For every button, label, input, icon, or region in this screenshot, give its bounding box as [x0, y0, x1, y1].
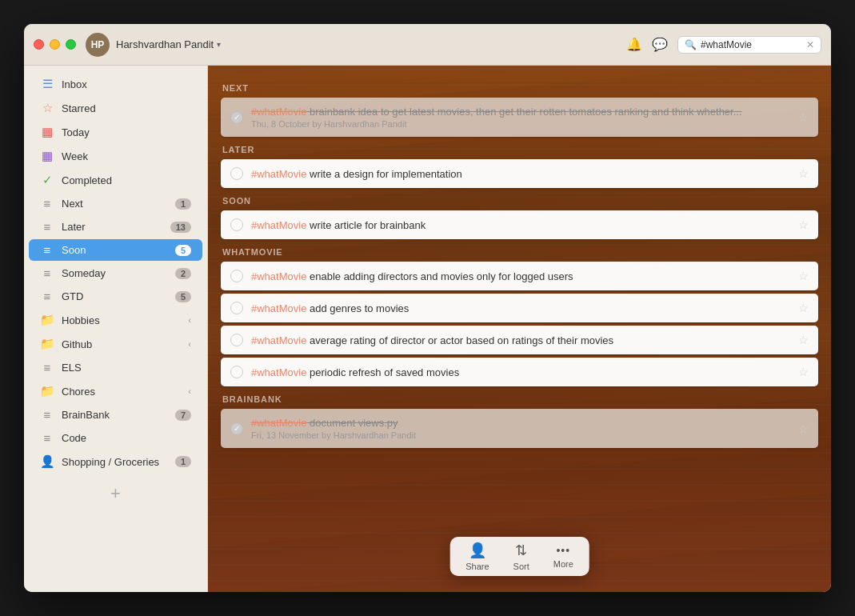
sidebar-item-hobbies[interactable]: 📁 Hobbies ‹	[29, 309, 202, 331]
sidebar-item-starred[interactable]: ☆ Starred	[29, 97, 202, 119]
task-hashtag[interactable]: #whatMovie	[251, 302, 306, 314]
sidebar-item-gtd[interactable]: ≡ GTD 5	[29, 286, 202, 307]
maximize-button[interactable]	[66, 39, 76, 50]
sidebar-item-someday[interactable]: ≡ Someday 2	[29, 262, 202, 284]
sidebar-item-soon[interactable]: ≡ Soon 5	[29, 239, 202, 261]
task-checkbox[interactable]	[230, 111, 243, 124]
task-body: brainbank idea to get latest movies, the…	[306, 106, 741, 118]
chevron-down-icon: ▾	[217, 40, 221, 49]
sidebar-item-later[interactable]: ≡ Later 13	[29, 216, 202, 238]
task-checkbox[interactable]	[230, 422, 243, 435]
task-text: #whatMovie average rating of director or…	[251, 334, 790, 346]
task-checkbox[interactable]	[230, 270, 243, 282]
task-hashtag[interactable]: #whatMovie	[251, 168, 306, 180]
sidebar-item-inbox[interactable]: ☰ Inbox	[29, 73, 202, 95]
star-icon[interactable]: ☆	[798, 334, 809, 346]
sidebar: ☰ Inbox ☆ Starred ▦ Today ▦ Week ✓ Compl…	[24, 66, 208, 592]
task-hashtag[interactable]: #whatMovie	[251, 334, 306, 346]
sidebar-item-code[interactable]: ≡ Code	[29, 427, 202, 449]
sidebar-item-brainbank[interactable]: ≡ BrainBank 7	[29, 404, 202, 426]
search-input[interactable]	[701, 39, 802, 50]
sidebar-label: Completed	[62, 174, 191, 186]
sidebar-label: Code	[62, 432, 191, 444]
list-icon: ≡	[40, 361, 54, 374]
main-content: ☰ Inbox ☆ Starred ▦ Today ▦ Week ✓ Compl…	[24, 66, 831, 592]
gtd-badge: 5	[175, 291, 191, 302]
titlebar-right: 🔔 💬 🔍 ✕	[626, 36, 821, 54]
star-icon[interactable]: ☆	[798, 270, 809, 282]
task-text: #whatMovie add genres to movies	[251, 302, 790, 314]
share-button[interactable]: 👤 Share	[465, 542, 489, 571]
star-icon[interactable]: ☆	[798, 218, 809, 231]
task-area: NEXT #whatMovie brainbank idea to get la…	[208, 66, 831, 592]
sidebar-item-els[interactable]: ≡ ELS	[29, 357, 202, 378]
task-card: #whatMovie enable adding directors and m…	[221, 262, 818, 290]
next-badge: 1	[175, 198, 191, 210]
task-meta: Thu, 8 October by Harshvardhan Pandit	[251, 119, 790, 129]
task-checkbox[interactable]	[230, 218, 243, 231]
task-hashtag[interactable]: #whatMovie	[251, 417, 306, 429]
task-body: average rating of director or actor base…	[306, 334, 613, 346]
close-button[interactable]	[34, 39, 44, 50]
task-text: #whatMovie enable adding directors and m…	[251, 270, 790, 282]
shopping-badge: 1	[175, 456, 191, 467]
chat-icon[interactable]: 💬	[652, 37, 668, 52]
search-bar[interactable]: 🔍 ✕	[677, 36, 821, 54]
task-checkbox[interactable]	[230, 366, 243, 378]
task-body: write article for brainbank	[306, 219, 426, 231]
more-button[interactable]: ••• More	[553, 544, 573, 569]
plus-icon: +	[110, 483, 121, 504]
list-icon: ≡	[40, 243, 54, 257]
sidebar-item-chores[interactable]: 📁 Chores ‹	[29, 380, 202, 402]
sidebar-label: Github	[62, 338, 181, 350]
sidebar-item-next[interactable]: ≡ Next 1	[29, 193, 202, 214]
task-body: add genres to movies	[306, 302, 409, 314]
sidebar-item-completed[interactable]: ✓ Completed	[29, 169, 202, 191]
task-checkbox[interactable]	[230, 167, 243, 180]
star-icon[interactable]: ☆	[798, 366, 809, 378]
star-icon[interactable]: ☆	[798, 167, 809, 180]
search-clear-icon[interactable]: ✕	[806, 39, 814, 50]
sidebar-label: BrainBank	[62, 409, 168, 421]
task-card: #whatMovie write article for brainbank ☆	[221, 210, 818, 239]
task-hashtag[interactable]: #whatMovie	[251, 219, 306, 231]
list-icon: ≡	[40, 290, 54, 303]
task-card: #whatMovie document views.py Fri, 13 Nov…	[221, 409, 818, 448]
list-icon: ≡	[40, 197, 54, 210]
task-card: #whatMovie add genres to movies ☆	[221, 294, 818, 322]
folder-icon: 📁	[40, 384, 54, 398]
sidebar-label: Chores	[62, 386, 181, 398]
sidebar-item-github[interactable]: 📁 Github ‹	[29, 333, 202, 355]
chevron-left-icon: ‹	[188, 315, 191, 325]
week-icon: ▦	[40, 149, 54, 163]
add-list-button[interactable]: +	[35, 480, 196, 507]
task-content: #whatMovie write a design for implementa…	[251, 168, 790, 180]
task-hashtag[interactable]: #whatMovie	[251, 106, 306, 118]
more-icon: •••	[556, 544, 570, 557]
soon-badge: 5	[175, 245, 191, 256]
sort-label: Sort	[513, 562, 529, 571]
chevron-left-icon: ‹	[188, 339, 191, 349]
sidebar-item-today[interactable]: ▦ Today	[29, 121, 202, 143]
traffic-lights	[34, 39, 76, 50]
task-content: #whatMovie add genres to movies	[251, 302, 790, 314]
sidebar-item-shopping[interactable]: 👤 Shopping / Groceries 1	[29, 450, 202, 473]
sort-button[interactable]: ⇅ Sort	[513, 542, 529, 571]
minimize-button[interactable]	[50, 39, 60, 50]
section-label-next: NEXT	[221, 83, 818, 93]
star-icon[interactable]: ☆	[798, 302, 809, 314]
task-hashtag[interactable]: #whatMovie	[251, 366, 306, 378]
task-hashtag[interactable]: #whatMovie	[251, 270, 306, 282]
task-card: #whatMovie write a design for implementa…	[221, 159, 818, 188]
list-icon: ≡	[40, 266, 54, 280]
task-checkbox[interactable]	[230, 302, 243, 314]
inbox-icon: ☰	[40, 77, 54, 91]
user-name-label[interactable]: Harshvardhan Pandit ▾	[116, 38, 221, 50]
sidebar-item-week[interactable]: ▦ Week	[29, 145, 202, 167]
star-icon[interactable]: ☆	[798, 111, 809, 124]
star-icon[interactable]: ☆	[798, 422, 809, 435]
task-checkbox[interactable]	[230, 334, 243, 346]
bell-icon[interactable]: 🔔	[626, 37, 642, 52]
search-icon: 🔍	[685, 39, 697, 50]
someday-badge: 2	[175, 268, 191, 279]
